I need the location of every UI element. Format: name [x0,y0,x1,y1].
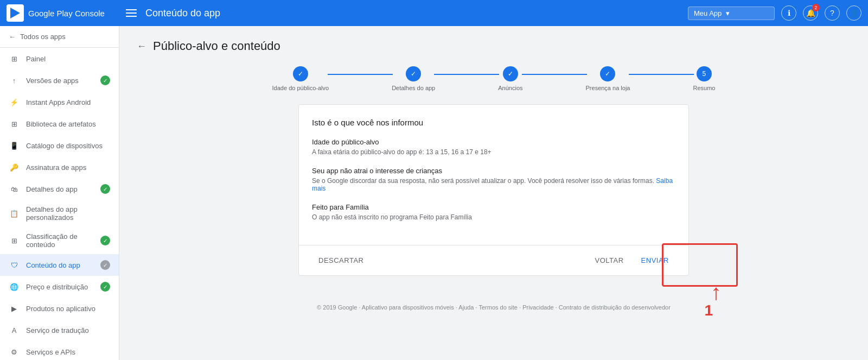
step-3-label: Anúncios [498,85,522,91]
info-icon[interactable]: ℹ [781,5,796,21]
back-label: Todos os apps [20,33,66,41]
sidebar-item-traducao[interactable]: A Serviço de tradução [0,319,119,341]
app-selector-label: Meu App [694,9,722,17]
footer-right-actions: VOLTAR ENVIAR [589,252,676,269]
card-title: Isto é o que você nos informou [312,118,675,127]
sidebar-label-classificacao: Classificação de conteúdo [26,232,94,249]
step-5-circle: 5 [697,66,712,81]
footer-text: © 2019 Google · Aplicativo para disposit… [317,304,671,311]
sidebar-item-biblioteca[interactable]: ⊞ Biblioteca de artefatos [0,113,119,135]
step-connector-1 [328,74,393,75]
rating-icon: ⊞ [9,235,20,246]
card-footer: DESCARTAR VOLTAR ENVIAR [299,245,688,275]
sidebar-label-traducao: Serviço de tradução [26,326,110,334]
sidebar-item-instant[interactable]: ⚡ Instant Apps Android [0,91,119,113]
saiba-mais-link[interactable]: Saiba mais [312,177,673,192]
info-value-familia: O app não está inscrito no programa Feit… [312,213,675,221]
info-label-familia: Feito para Família [312,203,675,211]
step-connector-4 [629,74,694,75]
sidebar-item-detalhes[interactable]: 🛍 Detalhes do app ✓ [0,178,119,200]
back-arrow-icon: ← [9,33,16,41]
step-4: ✓ Presença na loja [586,66,630,91]
chevron-down-icon: ▾ [726,9,730,17]
page-back-arrow-icon[interactable]: ← [137,41,146,52]
sidebar-label-versoes: Versões de apps [26,77,94,85]
sidebar-item-painel[interactable]: ⊞ Painel [0,48,119,70]
step-1: ✓ Idade do público-alvo [272,66,329,91]
step-1-label: Idade do público-alvo [272,85,329,91]
sidebar-label-detalhes-personalizados: Detalhes do app personalizados [26,205,110,222]
services-icon: ⚙ [9,346,20,357]
products-icon: ▶ [9,303,20,314]
logo-icon [7,4,24,22]
page-title: Público-alvo e conteúdo [153,39,280,53]
help-icon[interactable]: ? [825,5,840,21]
layout: ← Todos os apps ⊞ Painel ↑ Versões de ap… [0,26,868,360]
discard-button[interactable]: DESCARTAR [312,252,370,269]
sidebar-label-detalhes: Detalhes do app [26,185,94,193]
submit-button[interactable]: ENVIAR [635,252,675,269]
sidebar-label-assinatura: Assinatura de apps [26,163,110,172]
logo-triangle [10,8,20,18]
step-3-circle: ✓ [503,66,518,81]
step-connector-2 [434,74,499,75]
devices-icon: 📱 [9,140,20,151]
details-icon: 🛍 [9,184,20,194]
step-3: ✓ Anúncios [498,66,522,91]
sidebar-label-preco: Preço e distribuição [26,283,94,291]
sidebar-item-classificacao[interactable]: ⊞ Classificação de conteúdo ✓ [0,227,119,254]
sidebar-item-detalhes-personalizados[interactable]: 📋 Detalhes do app personalizados [0,200,119,227]
detalhes-check-icon: ✓ [100,184,110,194]
dashboard-icon: ⊞ [9,53,20,64]
notification-badge: 2 [812,4,820,11]
back-button[interactable]: VOLTAR [589,252,630,269]
stepper: ✓ Idade do público-alvo ✓ Detalhes do ap… [137,66,851,91]
custom-details-icon: 📋 [9,208,20,219]
instant-icon: ⚡ [9,97,20,108]
sidebar-back[interactable]: ← Todos os apps [0,26,119,48]
sidebar-label-biblioteca: Biblioteca de artefatos [26,120,110,128]
info-label-criancas: Seu app não atrai o interesse de criança… [312,167,675,175]
step-4-circle: ✓ [600,66,615,81]
step-2-circle: ✓ [406,66,421,81]
step-5-label: Resumo [693,85,715,91]
page-title-area: ← Público-alvo e conteúdo [137,39,851,53]
page-footer: © 2019 Google · Aplicativo para disposit… [137,293,851,321]
sidebar-label-produtos: Produtos no aplicativo [26,305,110,313]
step-connector-3 [522,74,587,75]
versions-icon: ↑ [9,75,20,86]
content-card: Isto é o que você nos informou Idade do … [298,104,689,276]
notifications-icon[interactable]: 🔔 2 [803,5,818,21]
info-label-idade: Idade do público-alvo [312,138,675,146]
header-page-title: Conteúdo do app [145,8,220,19]
sidebar-item-conteudo[interactable]: 🛡 Conteúdo do app ✓ [0,254,119,276]
library-icon: ⊞ [9,118,20,129]
hamburger-icon[interactable] [126,9,137,17]
sidebar-item-assinatura[interactable]: 🔑 Assinatura de apps [0,156,119,178]
app-selector[interactable]: Meu App ▾ [688,7,775,20]
step-1-circle: ✓ [293,66,308,81]
sidebar-label-painel: Painel [26,55,110,63]
content-icon: 🛡 [9,260,20,270]
sidebar-item-catalogo[interactable]: 📱 Catálogo de dispositivos [0,135,119,156]
account-icon[interactable]: 👤 [846,5,861,21]
sidebar-item-preco[interactable]: 🌐 Preço e distribuição ✓ [0,276,119,298]
sidebar-item-servicos[interactable]: ⚙ Serviços e APIs [0,341,119,360]
sidebar: ← Todos os apps ⊞ Painel ↑ Versões de ap… [0,26,119,360]
sidebar-label-instant: Instant Apps Android [26,98,110,106]
header-page-title-area: Conteúdo do app [126,8,688,19]
info-section-familia: Feito para Família O app não está inscri… [312,203,675,221]
sidebar-item-versoes[interactable]: ↑ Versões de apps ✓ [0,70,119,91]
top-header: Google Play Console Conteúdo do app Meu … [0,0,868,26]
step-4-label: Presença na loja [586,85,630,91]
price-icon: 🌐 [9,281,20,292]
step-5: 5 Resumo [693,66,715,91]
card-body: Isto é o que você nos informou Idade do … [299,105,688,245]
info-section-criancas: Seu app não atrai o interesse de criança… [312,167,675,192]
sidebar-item-produtos[interactable]: ▶ Produtos no aplicativo [0,298,119,319]
versoes-check-icon: ✓ [100,75,110,85]
step-2-label: Detalhes do app [392,85,435,91]
classificacao-check-icon: ✓ [100,236,110,245]
sidebar-label-conteudo: Conteúdo do app [26,261,94,269]
app-title: Google Play Console [28,9,105,18]
